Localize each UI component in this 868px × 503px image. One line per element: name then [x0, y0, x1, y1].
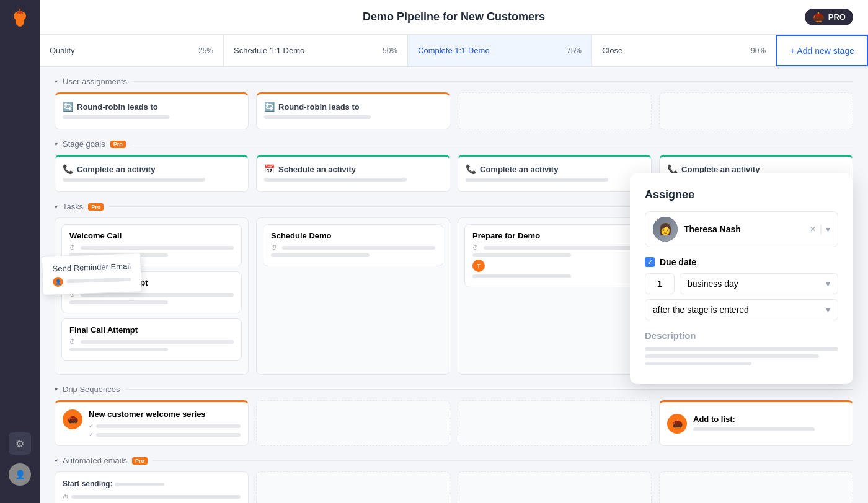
goal-icon-1: 📞: [63, 164, 73, 174]
goal-icon-3: 📞: [466, 164, 476, 174]
add-list-logo-icon: 🌰: [667, 414, 687, 434]
user-avatar[interactable]: 👤: [9, 463, 31, 486]
section-divider: [131, 144, 853, 144]
due-date-header: ✓ Due date: [645, 257, 838, 267]
desc-line: [645, 354, 819, 358]
user-assignment-label-2: Round-robin leads to: [278, 102, 360, 112]
empty-cell-drip-2: [256, 400, 450, 446]
stage-qualify-percent: 25%: [198, 46, 213, 55]
empty-cell-ua-3: [458, 92, 652, 129]
pro-label: PRO: [828, 12, 846, 22]
due-number-field[interactable]: 1: [645, 273, 675, 294]
start-sending-label: Start sending:: [63, 479, 241, 489]
stage-goals-label: Stage goals: [63, 139, 105, 149]
stage-goal-card-1[interactable]: 📞 Complete an activity: [55, 155, 249, 192]
stage-goal-card-2[interactable]: 📅 Schedule an activity: [256, 155, 450, 192]
stage-complete-percent: 75%: [567, 46, 582, 55]
drip-check-icon-1: ✓: [89, 422, 94, 429]
auto-email-card-1[interactable]: Start sending: ⏱ 👤: [55, 471, 249, 503]
empty-cell-ae-2: [256, 471, 450, 503]
stage-complete-label: Complete 1:1 Demo: [418, 46, 490, 55]
card-line: [282, 246, 435, 250]
card-line: [271, 253, 370, 257]
add-stage-button[interactable]: + Add new stage: [776, 35, 868, 66]
stage-complete-demo[interactable]: Complete 1:1 Demo 75%: [408, 35, 592, 66]
task-card-prepare-demo[interactable]: Prepare for Demo ⏱ T: [464, 224, 645, 287]
user-assignments-grid: 🔄 Round-robin leads to 🔄 Round-robin lea…: [55, 92, 853, 129]
card-line: [264, 178, 407, 182]
chevron-icon: ▾: [55, 78, 58, 85]
goal-label-4: Complete an activity: [681, 165, 760, 174]
drip-sequences-label: Drip Sequences: [63, 385, 120, 394]
clock-icon: ⏱: [472, 244, 479, 251]
user-assignments-header[interactable]: ▾ User assignments: [55, 77, 853, 86]
due-date-row: 1 business day ▾: [645, 273, 838, 294]
automated-emails-header[interactable]: ▾ Automated emails Pro: [55, 456, 853, 465]
drip-card-1[interactable]: 🌰 New customer welcome series ✓ ✓: [55, 400, 249, 446]
sticky-avatar: 👤: [53, 277, 63, 287]
automated-emails-label: Automated emails: [63, 456, 127, 465]
sticky-note: Send Reminder Email 👤: [42, 253, 143, 295]
stage-schedule-label: Schedule 1:1 Demo: [234, 46, 304, 55]
stage-schedule-demo[interactable]: Schedule 1:1 Demo 50%: [224, 35, 408, 66]
app-logo[interactable]: [9, 7, 31, 30]
card-line: [693, 427, 815, 431]
assignee-actions: ✕ | ▾: [810, 224, 830, 235]
card-line: [264, 115, 371, 119]
add-list-card[interactable]: 🌰 Add to list:: [659, 400, 853, 446]
tasks-col-2: Schedule Demo ⏱: [256, 217, 450, 375]
desc-line: [645, 362, 751, 365]
tasks-label: Tasks: [63, 202, 83, 211]
stage-qualify[interactable]: Qualify 25%: [40, 35, 224, 66]
chevron-icon: ▾: [55, 203, 58, 210]
chevron-icon: ▾: [55, 386, 58, 393]
card-line: [66, 278, 131, 284]
assignee-row[interactable]: 👩 Theresa Nash ✕ | ▾: [645, 211, 838, 247]
automated-emails-grid: Start sending: ⏱ 👤: [55, 471, 853, 503]
card-line: [71, 495, 241, 499]
drip-sequences-grid: 🌰 New customer welcome series ✓ ✓: [55, 400, 853, 446]
card-line: [484, 246, 637, 250]
section-divider: [153, 460, 853, 461]
expand-assignee-button[interactable]: ▾: [826, 224, 830, 234]
goal-label-1: Complete an activity: [77, 165, 155, 174]
section-divider: [125, 389, 854, 390]
card-line: [81, 293, 234, 297]
user-assignment-card-2[interactable]: 🔄 Round-robin leads to: [256, 92, 450, 129]
pro-badge: 🌰 PRO: [805, 9, 853, 25]
goal-icon-4: 📞: [667, 164, 678, 174]
add-list-title: Add to list:: [693, 414, 845, 424]
desc-line: [645, 347, 838, 351]
clock-icon-email: ⏱: [63, 494, 69, 501]
task-card-final-call[interactable]: Final Call Attempt ⏱: [61, 318, 242, 361]
due-condition-select[interactable]: after the stage is entered ▾: [645, 299, 838, 320]
pro-tag-emails: Pro: [132, 457, 148, 465]
stage-goals-header[interactable]: ▾ Stage goals Pro: [55, 139, 853, 149]
clock-icon: ⏱: [271, 244, 277, 251]
start-sending-text: Start sending:: [63, 479, 113, 488]
assignee-popup: Assignee 👩 Theresa Nash ✕ | ▾ ✓ Du: [630, 173, 853, 384]
card-line: [81, 340, 234, 344]
due-unit-select[interactable]: business day ▾: [680, 273, 838, 294]
assignee-name: Theresa Nash: [684, 224, 804, 234]
gear-icon: ⚙: [16, 438, 24, 450]
drip-sequences-header[interactable]: ▾ Drip Sequences: [55, 385, 853, 394]
page-title: Demo Pipeline for New Customers: [321, 11, 587, 24]
due-date-checkbox[interactable]: ✓: [645, 257, 655, 267]
card-line: [472, 274, 571, 278]
drip-title-1: New customer welcome series: [89, 409, 241, 419]
stage-close[interactable]: Close 90%: [592, 35, 776, 66]
stage-goal-card-3[interactable]: 📞 Complete an activity: [458, 155, 652, 192]
user-assignment-card-1[interactable]: 🔄 Round-robin leads to: [55, 92, 249, 129]
task-card-schedule-demo[interactable]: Schedule Demo ⏱: [263, 224, 443, 266]
due-condition-label: after the stage is entered: [653, 305, 749, 315]
task-title-final-call: Final Call Attempt: [69, 325, 234, 335]
remove-assignee-button[interactable]: ✕: [810, 225, 816, 234]
card-line: [472, 253, 571, 257]
divider: |: [820, 224, 822, 235]
settings-button[interactable]: ⚙: [9, 432, 31, 455]
sidebar: ⚙ 👤: [0, 0, 40, 503]
dropdown-icon: ▾: [826, 279, 830, 289]
user-assignments-label: User assignments: [63, 77, 127, 86]
task-assignee-avatar: T: [472, 260, 485, 272]
